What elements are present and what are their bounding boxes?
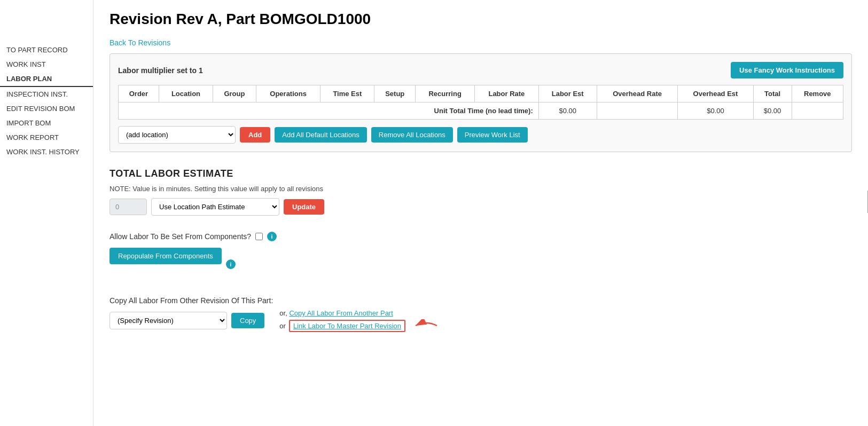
total-labor-note: NOTE: Value is in minutes. Setting this …: [110, 185, 852, 193]
repopulate-from-components-button[interactable]: Repopulate From Components: [110, 248, 222, 264]
col-setup: Setup: [374, 85, 416, 102]
total-overhead-est: $0.00: [678, 102, 753, 120]
specify-revision-select[interactable]: (Specify Revision): [110, 312, 227, 329]
back-to-revisions-link[interactable]: Back To Revisions: [110, 38, 170, 47]
sidebar-item-inspection-inst[interactable]: INSPECTION INST.: [0, 87, 93, 101]
sidebar-item-work-inst[interactable]: WORK INST: [0, 57, 93, 72]
allow-labor-section: Allow Labor To Be Set From Components? i…: [110, 232, 852, 280]
copy-all-labor-another-part-link[interactable]: Copy All Labor From Another Part: [289, 309, 393, 317]
labor-multiplier-text: Labor multiplier set to 1: [118, 66, 203, 75]
main-content: Revision Rev A, Part BOMGOLD1000 Back To…: [93, 0, 868, 426]
red-arrow-icon: [413, 319, 440, 332]
location-select[interactable]: (add location): [118, 126, 236, 144]
sidebar-item-work-report[interactable]: WORK REPORT: [0, 130, 93, 145]
remove-all-locations-button[interactable]: Remove All Locations: [371, 127, 453, 143]
info-icon-repopulate[interactable]: i: [226, 259, 236, 269]
labor-multiplier-row: Labor multiplier set to 1 Use Fancy Work…: [118, 62, 843, 78]
total-overhead-rate: [597, 102, 678, 120]
total-labor-est: $0.00: [538, 102, 597, 120]
col-location: Location: [159, 85, 213, 102]
labor-plan-box: Labor multiplier set to 1 Use Fancy Work…: [110, 53, 852, 152]
col-total: Total: [753, 85, 792, 102]
or-links: or, Copy All Labor From Another Part or …: [279, 309, 440, 332]
labor-table: Order Location Group Operations Time Est…: [118, 85, 843, 120]
col-operations: Operations: [256, 85, 320, 102]
col-remove: Remove: [792, 85, 843, 102]
copy-row: (Specify Revision) Copy or, Copy All Lab…: [110, 309, 852, 332]
allow-labor-label: Allow Labor To Be Set From Components?: [110, 232, 251, 241]
allow-labor-row: Allow Labor To Be Set From Components? i: [110, 232, 852, 241]
copy-section: Copy All Labor From Other Revision Of Th…: [110, 296, 852, 332]
copy-label: Copy All Labor From Other Revision Of Th…: [110, 296, 852, 305]
link-labor-to-master-part-revision-link[interactable]: Link Labor To Master Part Revision: [289, 320, 405, 332]
sidebar: TO PART RECORD WORK INST LABOR PLAN INSP…: [0, 0, 93, 426]
copy-button[interactable]: Copy: [231, 313, 264, 328]
or-copy-row: or, Copy All Labor From Another Part: [279, 309, 440, 317]
page-title: Revision Rev A, Part BOMGOLD1000: [110, 11, 852, 28]
estimate-select[interactable]: Use Location Path Estimate: [151, 198, 279, 216]
arrow-annotation: [413, 319, 440, 332]
col-labor-rate: Labor Rate: [475, 85, 539, 102]
sidebar-item-edit-revision-bom[interactable]: EDIT REVISION BOM: [0, 101, 93, 116]
add-location-button[interactable]: Add: [240, 127, 270, 143]
or-link-row: or Link Labor To Master Part Revision: [279, 319, 440, 332]
update-button[interactable]: Update: [284, 199, 324, 215]
total-labor-section: TOTAL LABOR ESTIMATE NOTE: Value is in m…: [110, 168, 852, 216]
allow-labor-checkbox[interactable]: [255, 233, 263, 240]
col-time-est: Time Est: [320, 85, 374, 102]
sidebar-item-work-inst-history[interactable]: WORK INST. HISTORY: [0, 145, 93, 159]
sidebar-item-to-part-record[interactable]: TO PART RECORD: [0, 43, 93, 57]
col-group: Group: [213, 85, 256, 102]
info-icon-allow-labor[interactable]: i: [267, 232, 277, 241]
add-all-default-locations-button[interactable]: Add All Default Locations: [275, 127, 367, 143]
sidebar-item-labor-plan[interactable]: LABOR PLAN: [0, 72, 93, 87]
estimate-row: Use Location Path Estimate Update: [110, 198, 852, 216]
use-fancy-work-instructions-button[interactable]: Use Fancy Work Instructions: [731, 62, 843, 78]
total-labor-title: TOTAL LABOR ESTIMATE: [110, 168, 852, 179]
col-overhead-est: Overhead Est: [678, 85, 753, 102]
total-total: $0.00: [753, 102, 792, 120]
preview-work-list-button[interactable]: Preview Work List: [457, 127, 528, 143]
total-remove: [792, 102, 843, 120]
total-row: Unit Total Time (no lead time): $0.00 $0…: [119, 102, 843, 120]
table-header-row: Order Location Group Operations Time Est…: [119, 85, 843, 102]
action-row: (add location) Add Add All Default Locat…: [118, 126, 843, 144]
estimate-input[interactable]: [110, 199, 147, 215]
col-recurring: Recurring: [416, 85, 475, 102]
col-overhead-rate: Overhead Rate: [597, 85, 678, 102]
total-label: Unit Total Time (no lead time):: [119, 102, 539, 120]
col-labor-est: Labor Est: [538, 85, 597, 102]
col-order: Order: [119, 85, 159, 102]
sidebar-item-import-bom[interactable]: IMPORT BOM: [0, 116, 93, 130]
